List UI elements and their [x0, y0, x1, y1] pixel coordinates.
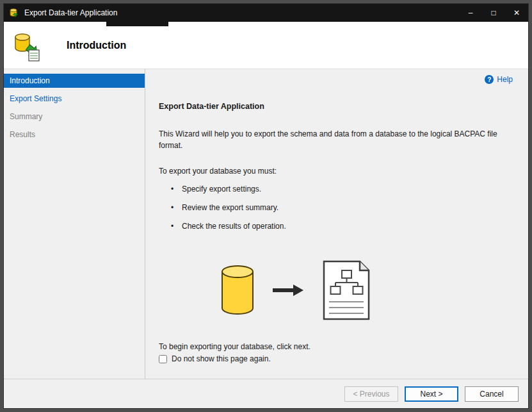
page-title: Introduction	[67, 40, 126, 51]
introduction-pane: ? Help Export Data-tier Application This…	[145, 69, 528, 379]
database-export-icon	[12, 31, 42, 62]
bacpac-document-icon	[321, 260, 371, 323]
do-not-show-label: Do not show this page again.	[172, 354, 271, 363]
wizard-header: Introduction	[4, 22, 528, 69]
close-button[interactable]: ✕	[505, 4, 528, 22]
minimize-button[interactable]: –	[459, 4, 482, 22]
requirements-label: To export your database you must:	[159, 167, 513, 176]
help-link[interactable]: ? Help	[159, 74, 513, 85]
wizard-steps-sidebar: Introduction Export Settings Summary Res…	[4, 69, 145, 379]
right-arrow-icon	[273, 284, 303, 298]
titlebar-artifact-strip	[106, 22, 168, 26]
section-heading: Export Data-tier Application	[159, 102, 513, 111]
help-label[interactable]: Help	[497, 75, 513, 84]
export-illustration	[220, 260, 371, 323]
maximize-button[interactable]: □	[482, 4, 505, 22]
database-cylinder-icon	[220, 265, 255, 317]
list-item: Review the export summary.	[182, 203, 513, 213]
sidebar-item-summary[interactable]: Summary	[4, 110, 145, 124]
sidebar-item-export-settings[interactable]: Export Settings	[4, 92, 145, 106]
next-button[interactable]: Next >	[405, 386, 458, 402]
app-database-export-icon	[9, 8, 19, 18]
wizard-content: Introduction Export Settings Summary Res…	[4, 69, 528, 379]
sidebar-item-results[interactable]: Results	[4, 128, 145, 142]
sidebar-item-introduction[interactable]: Introduction	[4, 74, 145, 88]
help-icon[interactable]: ?	[485, 75, 494, 84]
do-not-show-row: Do not show this page again.	[159, 354, 513, 363]
intro-text: This Wizard will help you to export the …	[159, 128, 510, 151]
begin-text: To begin exporting your database, click …	[159, 342, 513, 351]
list-item: Check the results of operation.	[182, 222, 513, 231]
list-item: Specify export settings.	[182, 185, 513, 194]
wizard-window: Export Data-tier Application – □ ✕ Intro…	[3, 3, 529, 409]
do-not-show-checkbox[interactable]	[159, 355, 167, 363]
window-title: Export Data-tier Application	[24, 8, 117, 17]
requirements-list: Specify export settings. Review the expo…	[159, 185, 513, 231]
titlebar: Export Data-tier Application – □ ✕	[4, 4, 528, 22]
previous-button[interactable]: < Previous	[344, 386, 398, 402]
cancel-button[interactable]: Cancel	[465, 386, 519, 402]
wizard-footer: < Previous Next > Cancel	[4, 379, 528, 408]
window-controls: – □ ✕	[459, 4, 528, 22]
